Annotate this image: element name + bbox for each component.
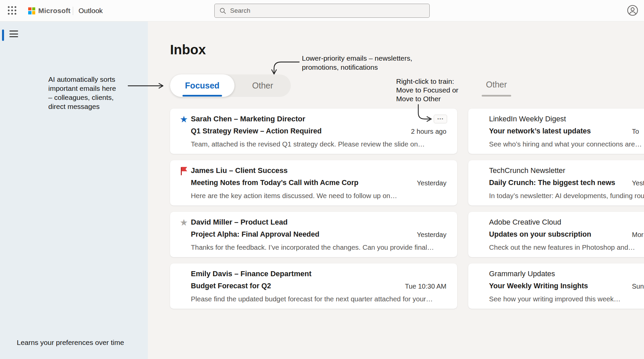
flag-icon[interactable] (179, 166, 189, 176)
email-card[interactable]: LinkedIn Weekly Digest Your network’s la… (468, 109, 644, 154)
email-card[interactable]: Emily Davis – Finance Department Budget … (170, 263, 457, 309)
email-sender: Emily Davis – Finance Department (191, 270, 311, 278)
annotation-right-click-train: Right-click to train: Move to Focused or… (396, 77, 459, 103)
focused-email-list: Sarah Chen – Marketing Director ··· Q1 S… (170, 109, 457, 315)
more-options-button[interactable]: ··· (434, 115, 447, 123)
hamburger-menu-icon[interactable] (9, 30, 20, 40)
other-column-label: Other (482, 80, 511, 89)
email-time: Mor (632, 231, 643, 239)
grid-dots-icon (7, 5, 17, 15)
page-title: Inbox (170, 42, 206, 57)
email-sender: Grammarly Updates (489, 270, 555, 278)
email-preview: Please find the updated budget forecast … (191, 295, 433, 303)
email-time: To (632, 128, 639, 135)
email-card[interactable]: Adobe Creative Cloud Updates on your sub… (468, 212, 644, 257)
email-preview: Thanks for the feedback. I’ve incorporat… (191, 243, 434, 251)
email-sender: TechCrunch Newsletter (489, 166, 565, 175)
email-preview: See how your writing improved this week… (489, 295, 621, 303)
email-subject: Q1 Strategy Review – Action Required (191, 127, 322, 135)
other-column-header[interactable]: Other (482, 80, 511, 97)
email-subject: Project Alpha: Final Approval Needed (191, 230, 319, 239)
search-input[interactable] (230, 7, 429, 14)
arrow-to-other-tab (272, 62, 299, 74)
email-preview: In today’s newsletter: AI developments, … (489, 192, 644, 200)
email-sender: David Miller – Product Lead (191, 218, 288, 227)
account-icon[interactable] (626, 4, 639, 17)
email-card[interactable]: Grammarly Updates Your Weekly Writing In… (468, 263, 644, 309)
inbox-tabs: Focused Other (170, 74, 291, 97)
email-time: Yesterday (417, 231, 446, 239)
email-card[interactable]: James Liu – Client Success Meeting Notes… (170, 160, 457, 205)
topbar-divider (73, 7, 73, 15)
annotation-line: – colleagues, clients, (48, 93, 116, 102)
email-preview: Team, attached is the revised Q1 strateg… (191, 140, 425, 148)
app-name: Outlook (78, 0, 103, 21)
email-subject: Meeting Notes from Today’s Call with Acm… (191, 179, 359, 187)
microsoft-logo-icon (28, 7, 35, 14)
tab-other[interactable]: Other (234, 74, 291, 97)
email-sender: James Liu – Client Success (191, 166, 288, 175)
microsoft-wordmark: Microsoft (38, 7, 70, 15)
email-time: Tue 10:30 AM (405, 283, 446, 290)
sidebar-accent-bar (2, 29, 4, 41)
email-time: Yest (632, 179, 644, 187)
app-launcher-icon[interactable] (6, 5, 18, 17)
email-time: Sun (632, 283, 644, 290)
annotation-line: direct messages (48, 102, 116, 111)
annotation-other-tab: Lower-priority emails – newsletters, pro… (302, 54, 412, 72)
annotation-line: AI automatically sorts (48, 75, 116, 84)
annotation-line: important emails here (48, 84, 116, 93)
top-bar: Microsoft Outlook (0, 0, 644, 21)
tab-focused-label: Focused (185, 81, 220, 91)
annotation-line: Right-click to train: (396, 77, 459, 86)
annotation-line: Lower-priority emails – newsletters, (302, 54, 412, 63)
email-time: 2 hours ago (411, 128, 446, 135)
email-card[interactable]: David Miller – Product Lead Project Alph… (170, 212, 457, 257)
email-time: Yesterday (417, 179, 446, 187)
email-subject: Daily Crunch: The biggest tech news (489, 179, 615, 187)
annotation-line: Move to Focused or (396, 86, 459, 95)
email-sender: LinkedIn Weekly Digest (489, 115, 566, 123)
tab-focused[interactable]: Focused (170, 74, 234, 97)
email-subject: Your network’s latest updates (489, 127, 591, 135)
other-email-list: LinkedIn Weekly Digest Your network’s la… (468, 109, 644, 315)
email-preview: Here are the key action items discussed.… (191, 192, 397, 200)
annotation-focused-inbox: AI automatically sorts important emails … (48, 75, 116, 111)
microsoft-logo[interactable]: Microsoft (28, 0, 70, 21)
email-sender: Sarah Chen – Marketing Director (191, 115, 305, 123)
email-subject: Your Weekly Writing Insights (489, 282, 588, 290)
email-preview: Check out the new features in Photoshop … (489, 243, 635, 251)
search-box[interactable] (214, 4, 430, 18)
star-icon[interactable] (179, 218, 189, 228)
search-icon (219, 7, 226, 14)
email-preview: See who’s hiring and what your connectio… (489, 140, 642, 148)
star-icon[interactable] (179, 114, 189, 124)
email-sender: Adobe Creative Cloud (489, 218, 561, 227)
annotation-learns-preferences: Learns your preferences over time (17, 338, 124, 347)
email-subject: Budget Forecast for Q2 (191, 282, 271, 290)
other-column-underline (482, 95, 511, 97)
email-subject: Updates on your subscription (489, 230, 591, 239)
annotation-line: Move to Other (396, 95, 459, 103)
focused-tab-underline (182, 95, 222, 97)
tab-other-label: Other (252, 81, 273, 91)
annotation-line: promotions, notifications (302, 63, 412, 72)
email-card[interactable]: Sarah Chen – Marketing Director ··· Q1 S… (170, 109, 457, 154)
email-card[interactable]: TechCrunch Newsletter Daily Crunch: The … (468, 160, 644, 205)
sidebar (0, 21, 148, 359)
